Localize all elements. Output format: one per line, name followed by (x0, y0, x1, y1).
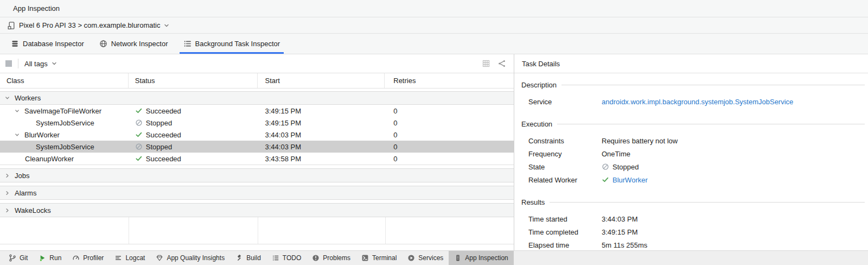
tag-filter-label: All tags (24, 60, 48, 68)
chevron-down-icon (51, 60, 58, 67)
field-value: 3:49:15 PM (602, 228, 638, 236)
chevron-down-icon[interactable] (163, 22, 170, 29)
table-view-icon[interactable] (482, 59, 490, 68)
status-text: Succeeded (146, 131, 181, 139)
field-frequency: Frequency OneTime (521, 147, 865, 160)
git-branch-icon (9, 254, 16, 262)
field-elapsed-time: Elapsed time 5m 11s 255ms (521, 238, 865, 250)
gem-icon (156, 254, 163, 262)
tab-network-inspector[interactable]: Network Inspector (92, 34, 176, 54)
worker-class: SystemJobService (36, 119, 94, 127)
chevron-right-icon (4, 190, 10, 196)
table-header: Class Status Start Retries (0, 73, 514, 89)
stop-inspection-button[interactable] (5, 60, 12, 67)
group-row-workers[interactable]: Workers (0, 91, 514, 105)
empty-table-area (0, 217, 514, 244)
task-details-body: Description Service androidx.work.impl.b… (514, 73, 868, 250)
column-header-retries[interactable]: Retries (385, 73, 514, 88)
column-header-class[interactable]: Class (0, 73, 129, 88)
chevron-down-icon (4, 95, 10, 101)
tag-filter-dropdown[interactable]: All tags (24, 60, 58, 68)
field-label: Frequency (528, 150, 602, 158)
tool-button-run[interactable]: Run (33, 251, 67, 265)
graph-view-icon[interactable] (497, 59, 506, 68)
section-title: Description (521, 81, 557, 89)
succeeded-icon (602, 176, 609, 184)
column-header-start[interactable]: Start (258, 73, 385, 88)
task-details-panel: Task Details Description Service android… (514, 54, 868, 250)
retries-count: 0 (393, 143, 397, 151)
tool-button-terminal[interactable]: Terminal (356, 251, 402, 265)
field-label: Constraints (528, 137, 602, 145)
tool-button-app-inspection[interactable]: App Inspection (449, 251, 513, 265)
section-rule (557, 124, 865, 124)
worker-class: CleanupWorker (25, 155, 74, 163)
section-rule (561, 85, 865, 85)
retries-count: 0 (393, 107, 397, 115)
field-state: State Stopped (521, 160, 865, 173)
todo-list-icon (272, 254, 279, 262)
group-label: WakeLocks (15, 206, 51, 214)
device-process-label[interactable]: Pixel 6 Pro API 33 > com.example.bluroma… (19, 21, 160, 29)
gauge-icon (72, 254, 80, 262)
service-link[interactable]: androidx.work.impl.background.systemjob.… (602, 98, 793, 106)
start-time: 3:44:03 PM (265, 131, 302, 139)
hammer-icon (235, 254, 243, 262)
tool-button-services[interactable]: Services (402, 251, 449, 265)
list-icon (183, 40, 192, 48)
section-results: Results Time started 3:44:03 PM Time com… (521, 197, 865, 250)
group-row-wakelocks[interactable]: WakeLocks (0, 203, 514, 217)
field-related-worker: Related Worker BlurWorker (521, 173, 865, 186)
chevron-down-icon[interactable] (14, 132, 20, 138)
tool-button-problems[interactable]: Problems (307, 251, 356, 265)
table-row[interactable]: SystemJobService Stopped 3:49:15 PM 0 (0, 117, 514, 129)
tool-button-todo[interactable]: TODO (266, 251, 307, 265)
field-value: OneTime (602, 150, 630, 158)
section-description: Description Service androidx.work.impl.b… (521, 80, 865, 108)
group-row-jobs[interactable]: Jobs (0, 168, 514, 182)
related-worker-link[interactable]: BlurWorker (612, 176, 648, 184)
table-row[interactable]: SaveImageToFileWorker Succeeded 3:49:15 … (0, 105, 514, 117)
succeeded-icon (135, 131, 143, 138)
group-row-alarms[interactable]: Alarms (0, 186, 514, 200)
stopped-icon (135, 143, 143, 150)
tab-background-task-inspector[interactable]: Background Task Inspector (176, 34, 288, 54)
field-constraints: Constraints Requires battery not low (521, 134, 865, 147)
worker-class: SaveImageToFileWorker (24, 107, 101, 115)
tool-button-git[interactable]: Git (3, 251, 33, 265)
terminal-icon (361, 254, 369, 262)
group-label: Alarms (15, 189, 36, 197)
column-header-status[interactable]: Status (129, 73, 258, 88)
stopped-icon (135, 119, 143, 127)
retries-count: 0 (393, 131, 397, 139)
field-value: 3:44:03 PM (602, 215, 638, 223)
tool-button-build[interactable]: Build (230, 251, 266, 265)
status-text: Stopped (146, 143, 172, 151)
table-row-selected[interactable]: SystemJobService Stopped 3:44:03 PM 0 (0, 141, 514, 153)
run-icon (39, 254, 46, 262)
field-label: Time started (528, 215, 602, 223)
tab-database-inspector[interactable]: Database Inspector (3, 34, 92, 54)
retries-count: 0 (393, 155, 397, 163)
start-time: 3:49:15 PM (265, 119, 302, 127)
section-title: Results (521, 198, 545, 206)
start-time: 3:44:03 PM (265, 143, 302, 151)
field-label: Related Worker (528, 176, 602, 184)
start-time: 3:49:15 PM (265, 107, 302, 115)
chevron-down-icon[interactable] (14, 108, 20, 114)
tool-button-logcat[interactable]: Logcat (109, 251, 150, 265)
table-toolbar: All tags (0, 54, 514, 73)
table-row[interactable]: BlurWorker Succeeded 3:44:03 PM 0 (0, 129, 514, 141)
section-execution: Execution Constraints Requires battery n… (521, 119, 865, 186)
tool-window-bar: Git Run Profiler Logcat (0, 250, 868, 265)
table-row[interactable]: CleanupWorker Succeeded 3:43:58 PM 0 (0, 153, 514, 165)
field-value: Requires battery not low (602, 137, 678, 145)
tool-button-app-quality-insights[interactable]: App Quality Insights (150, 251, 230, 265)
tab-label: Background Task Inspector (195, 40, 280, 48)
field-label: Time completed (528, 228, 602, 236)
device-icon (7, 21, 16, 30)
tool-button-profiler[interactable]: Profiler (67, 251, 109, 265)
group-label: Jobs (15, 172, 29, 180)
group-label: Workers (15, 94, 41, 102)
stopped-icon (602, 163, 609, 171)
